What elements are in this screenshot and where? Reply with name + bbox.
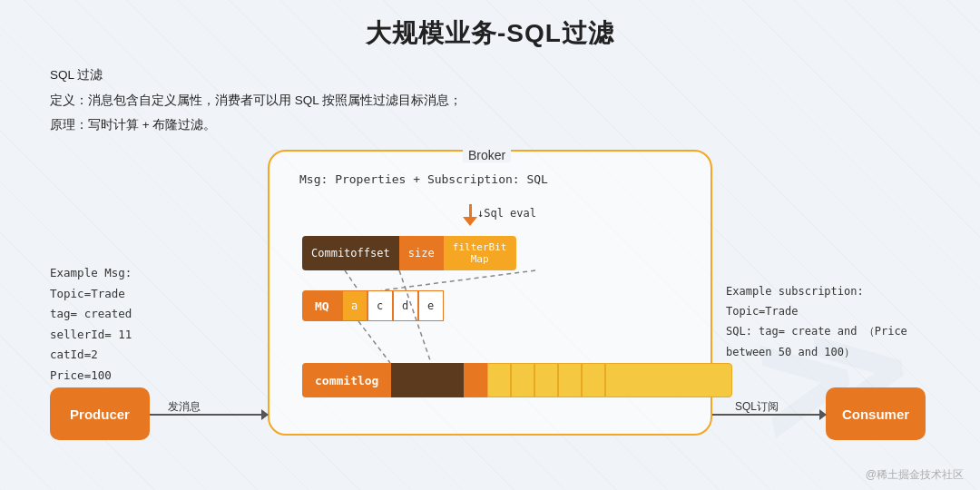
commitlog-end-cell <box>605 363 732 397</box>
mq-cell-e: e <box>418 290 444 321</box>
left-example-line-6: Price=100 <box>50 366 132 387</box>
size-cell: size <box>399 236 444 270</box>
sql-eval-label: ↓Sql eval <box>477 207 536 220</box>
mq-cell-d: d <box>393 290 418 321</box>
left-example-line-4: sellerId= 11 <box>50 325 132 346</box>
msg-subscription-text: Msg: Properties + Subscription: SQL <box>299 172 548 186</box>
text-line-2: 定义：消息包含自定义属性，消费者可以用 SQL 按照属性过滤目标消息； <box>50 89 462 113</box>
left-example: Example Msg: Topic=Trade tag= created se… <box>50 263 132 386</box>
cl-cell-1 <box>464 363 487 397</box>
filterbitmap-cell: filterBitMap <box>444 236 516 270</box>
text-line-1: SQL 过滤 <box>50 64 462 87</box>
mq-label-cell: MQ <box>302 290 342 321</box>
text-section: SQL 过滤 定义：消息包含自定义属性，消费者可以用 SQL 按照属性过滤目标消… <box>50 64 462 139</box>
broker-label: Broker <box>463 148 511 162</box>
page: ≫ 大规模业务-SQL过滤 SQL 过滤 定义：消息包含自定义属性，消费者可以用… <box>0 0 980 490</box>
right-example-line-3: SQL: tag= create and （Price <box>726 321 916 341</box>
commitlog-label-cell: commitlog <box>302 363 391 397</box>
right-example-line-2: Topic=Trade <box>726 301 916 321</box>
left-example-line-5: catId=2 <box>50 345 132 366</box>
msg-subscription-line: Msg: Properties + Subscription: SQL <box>299 172 548 186</box>
arrow-head <box>463 217 477 226</box>
sql-eval-arrow <box>463 204 477 226</box>
consumer-box: Consumer <box>826 387 926 440</box>
mq-cell-c: c <box>368 290 393 321</box>
cl-cell-4 <box>534 363 558 397</box>
mq-row: MQ a c d e <box>302 290 444 321</box>
left-example-line-1: Example Msg: <box>50 263 132 284</box>
cl-cell-2 <box>487 363 511 397</box>
producer-label: Producer <box>70 407 130 422</box>
text-line-3: 原理：写时计算 + 布隆过滤。 <box>50 113 462 137</box>
cl-cell-3 <box>511 363 534 397</box>
cl-cell-6 <box>582 363 605 397</box>
right-example-line-4: between 50 and 100） <box>726 342 916 362</box>
page-title: 大规模业务-SQL过滤 <box>0 0 980 51</box>
watermark-text: @稀土掘金技术社区 <box>866 467 964 483</box>
cl-cell-5 <box>558 363 582 397</box>
consumer-label: Consumer <box>842 407 909 422</box>
left-example-line-3: tag= created <box>50 304 132 325</box>
commitlog-brown-cell <box>391 363 464 397</box>
right-example: Example subscription: Topic=Trade SQL: t… <box>726 281 916 362</box>
producer-box: Producer <box>50 387 150 440</box>
mq-cell-a: a <box>342 290 368 321</box>
commitlog-row: commitlog <box>302 363 732 397</box>
sql-order-label: SQL订阅 <box>735 399 779 415</box>
fasong-label: 发消息 <box>168 399 201 415</box>
commitoffset-row: Commitoffset size filterBitMap <box>302 236 516 270</box>
commitlog-cells <box>464 363 605 397</box>
commitoffset-cell: Commitoffset <box>302 236 399 270</box>
left-example-line-2: Topic=Trade <box>50 284 132 305</box>
arrow-line-vertical <box>469 204 472 217</box>
right-example-line-1: Example subscription: <box>726 281 916 301</box>
